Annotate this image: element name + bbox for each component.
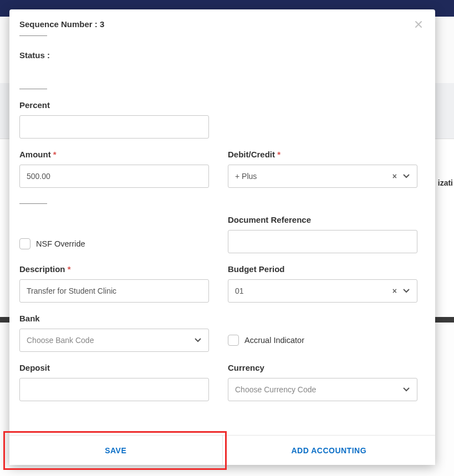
nsf-override-row: NSF Override xyxy=(19,238,209,249)
add-accounting-button[interactable]: ADD ACCOUNTING xyxy=(222,436,436,465)
debit-credit-label-text: Debit/Credit xyxy=(228,150,275,159)
divider xyxy=(19,35,47,36)
currency-label: Currency xyxy=(228,363,417,372)
save-button[interactable]: SAVE xyxy=(9,436,222,465)
debit-credit-select[interactable]: + Plus × xyxy=(228,165,417,188)
description-label-text: Description xyxy=(19,264,65,274)
percent-input[interactable] xyxy=(19,115,209,139)
amount-label-text: Amount xyxy=(19,150,51,159)
chevron-down-icon xyxy=(194,337,202,343)
currency-placeholder: Choose Currency Code xyxy=(235,385,316,394)
required-indicator: * xyxy=(68,264,71,274)
deposit-input[interactable] xyxy=(19,378,209,401)
bank-select[interactable]: Choose Bank Code xyxy=(19,329,209,352)
accrual-indicator-checkbox[interactable] xyxy=(228,335,239,346)
accrual-indicator-row: Accrual Indicator xyxy=(228,335,417,346)
clear-icon[interactable]: × xyxy=(392,172,397,181)
nsf-override-label: NSF Override xyxy=(36,239,85,248)
debit-credit-label: Debit/Credit * xyxy=(228,150,417,159)
status-label: Status : xyxy=(19,50,425,60)
accrual-indicator-label: Accrual Indicator xyxy=(244,336,304,345)
clear-icon[interactable]: × xyxy=(392,286,397,295)
chevron-down-icon xyxy=(402,387,410,392)
budget-period-value: 01 xyxy=(235,286,244,295)
document-reference-input[interactable] xyxy=(228,230,417,253)
bank-placeholder: Choose Bank Code xyxy=(27,336,94,345)
chevron-down-icon xyxy=(402,173,410,179)
budget-period-label: Budget Period xyxy=(228,264,417,274)
currency-select[interactable]: Choose Currency Code xyxy=(228,378,417,401)
required-indicator: * xyxy=(53,150,57,159)
close-icon xyxy=(414,19,423,31)
nsf-override-checkbox[interactable] xyxy=(19,238,30,249)
budget-period-select[interactable]: 01 × xyxy=(228,279,417,303)
debit-credit-value: + Plus xyxy=(235,172,257,181)
divider xyxy=(19,89,47,89)
sequence-number-title: Sequence Number : 3 xyxy=(19,19,423,29)
modal-body[interactable]: Status : Percent Amount * Debit/Credit *… xyxy=(9,39,435,435)
background-clipped-text: izati xyxy=(438,178,453,187)
close-button[interactable] xyxy=(414,19,423,30)
amount-input[interactable] xyxy=(19,165,209,188)
bank-label: Bank xyxy=(19,314,209,323)
modal-header: Sequence Number : 3 xyxy=(9,9,435,39)
description-label: Description * xyxy=(19,264,209,274)
modal-footer: SAVE ADD ACCOUNTING xyxy=(9,435,435,465)
required-indicator: * xyxy=(277,150,280,159)
chevron-down-icon xyxy=(402,288,410,294)
deposit-label: Deposit xyxy=(19,363,209,372)
percent-label: Percent xyxy=(19,100,425,110)
amount-label: Amount * xyxy=(19,150,209,159)
description-input[interactable] xyxy=(19,279,209,303)
sequence-edit-modal: Sequence Number : 3 Status : Percent Amo… xyxy=(9,9,435,465)
document-reference-label: Document Reference xyxy=(228,215,417,224)
